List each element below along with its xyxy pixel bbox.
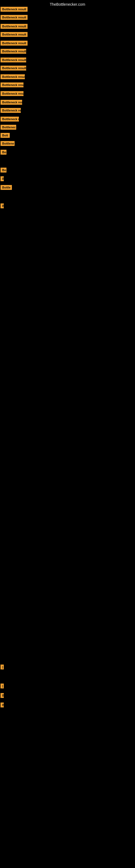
bottleneck-result-badge[interactable]: B bbox=[1, 176, 4, 181]
bottleneck-result-badge[interactable]: Bottleneck resu bbox=[1, 91, 24, 96]
bottleneck-result-badge[interactable]: Bottleneck result bbox=[1, 74, 25, 79]
bottleneck-badge-container: Bottleneck resu bbox=[1, 83, 24, 88]
bottleneck-badge-container: Bottlenec bbox=[1, 125, 16, 131]
bottleneck-result-badge[interactable]: Bottleneck result bbox=[1, 7, 28, 12]
bottleneck-badge-container: Bottleneck result bbox=[1, 32, 28, 38]
bottleneck-badge-container: Bottleneck result bbox=[1, 15, 28, 21]
bottleneck-result-badge[interactable]: Bottleneck re bbox=[1, 117, 19, 122]
bottleneck-badge-container: | bbox=[1, 684, 3, 689]
bottleneck-result-badge[interactable]: | bbox=[1, 664, 4, 670]
bottleneck-result-badge[interactable]: B bbox=[1, 204, 4, 208]
bottleneck-badge-container: Bottleneck result bbox=[1, 7, 28, 13]
bottleneck-result-badge[interactable]: | bbox=[1, 684, 4, 688]
bottleneck-result-badge[interactable]: Bott bbox=[1, 133, 10, 138]
bottleneck-badge-container: Bott bbox=[1, 133, 10, 139]
bottleneck-result-badge[interactable]: B bbox=[1, 693, 4, 698]
bottleneck-badge-container: Bottleneck result bbox=[1, 24, 28, 30]
bottleneck-badge-container: B bbox=[1, 693, 4, 699]
bottleneck-badge-container: Bottleneck res bbox=[1, 108, 21, 114]
bottleneck-result-badge[interactable]: Bottleneck result bbox=[1, 32, 28, 37]
bottleneck-result-badge[interactable]: Bottleneck result bbox=[1, 15, 28, 20]
bottleneck-result-badge[interactable]: Bottleneck result bbox=[1, 58, 26, 62]
bottleneck-result-badge[interactable]: Bottleneck result bbox=[1, 24, 28, 29]
bottleneck-badge-container: B bbox=[1, 204, 4, 209]
bottleneck-result-badge[interactable]: Bottleneck result bbox=[1, 41, 28, 45]
bottleneck-badge-container: Bo bbox=[1, 167, 6, 174]
bottleneck-badge-container: Bottle bbox=[1, 185, 12, 191]
bottleneck-result-badge[interactable]: Bottle bbox=[1, 185, 12, 190]
bottleneck-badge-container: Bo bbox=[1, 150, 6, 156]
bottleneck-result-badge[interactable]: Bottleneck res bbox=[1, 100, 22, 105]
bottleneck-badge-container: Bottleneck re bbox=[1, 117, 19, 123]
bottleneck-badge-container: Bottleneck result bbox=[1, 41, 28, 46]
bottleneck-badge-container: Bottleneck resu bbox=[1, 91, 24, 97]
bottleneck-badge-container: B bbox=[1, 703, 4, 709]
bottleneck-badge-container: B bbox=[1, 176, 4, 182]
bottleneck-badge-container: Bottleneck result bbox=[1, 74, 25, 80]
bottleneck-result-badge[interactable]: Bottlenec bbox=[1, 125, 16, 130]
bottleneck-result-badge[interactable]: Bottlene bbox=[1, 141, 14, 146]
bottleneck-result-badge[interactable]: Bottleneck resu bbox=[1, 83, 24, 87]
bottleneck-badge-container: Bottleneck result bbox=[1, 66, 26, 72]
bottleneck-badge-container: Bottlene bbox=[1, 141, 14, 147]
bottleneck-result-badge[interactable]: Bottleneck res bbox=[1, 108, 21, 113]
bottleneck-badge-container: Bottleneck result bbox=[1, 58, 26, 63]
bottleneck-badge-container: Bottleneck result bbox=[1, 49, 26, 55]
bottleneck-result-badge[interactable]: Bottleneck result bbox=[1, 49, 26, 54]
bottleneck-badge-container: | bbox=[1, 664, 3, 671]
bottleneck-result-badge[interactable]: Bottleneck result bbox=[1, 66, 26, 70]
bottleneck-result-badge[interactable]: Bo bbox=[1, 167, 6, 173]
bottleneck-result-badge[interactable]: Bo bbox=[1, 150, 6, 155]
bottleneck-result-badge[interactable]: B bbox=[1, 703, 4, 707]
bottleneck-badge-container: Bottleneck res bbox=[1, 100, 22, 106]
